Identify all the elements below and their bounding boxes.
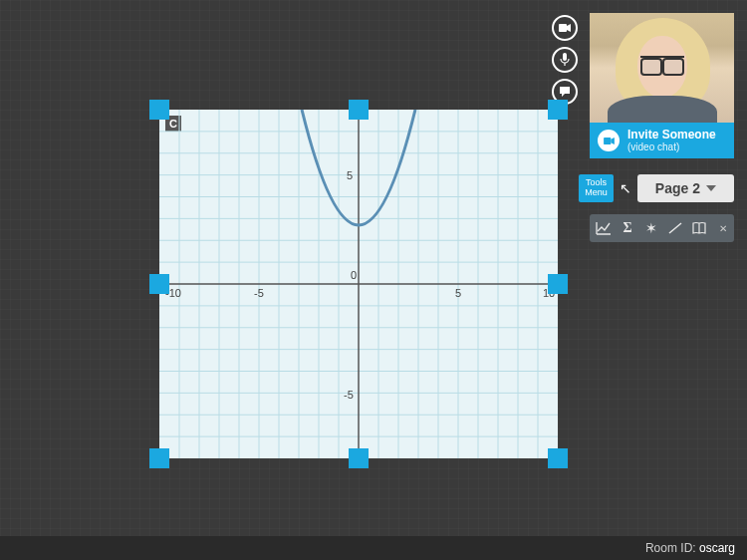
chevron-down-icon xyxy=(706,185,716,191)
invite-title: Invite Someone xyxy=(627,129,716,141)
svg-rect-37 xyxy=(604,137,611,143)
star-icon[interactable]: ✶ xyxy=(640,217,662,239)
tick-y-5: 5 xyxy=(347,169,353,181)
invite-subtitle: (video chat) xyxy=(627,141,716,152)
resize-handle-ml[interactable] xyxy=(149,274,169,294)
resize-handle-bm[interactable] xyxy=(349,448,369,468)
resize-handle-tm[interactable] xyxy=(349,100,369,120)
footer-bar: Room ID: oscarg xyxy=(0,536,747,560)
invite-someone-button[interactable]: Invite Someone (video chat) xyxy=(590,123,734,158)
graph-object[interactable]: C xyxy=(159,110,558,458)
page-selector[interactable]: Page 2 xyxy=(637,174,734,202)
video-thumbnail[interactable] xyxy=(590,13,734,123)
camera-icon[interactable] xyxy=(552,15,578,41)
resize-handle-mr[interactable] xyxy=(548,274,568,294)
line-tool-icon[interactable] xyxy=(664,217,686,239)
video-panel: Invite Someone (video chat) xyxy=(590,13,734,158)
book-icon[interactable] xyxy=(688,217,710,239)
tick-x-neg5: -5 xyxy=(254,287,264,299)
page-selector-label: Page 2 xyxy=(655,180,700,196)
tick-y-neg5: -5 xyxy=(344,389,354,401)
tools-row: Tools Menu ↖ Page 2 xyxy=(579,174,734,202)
svg-rect-34 xyxy=(559,24,567,32)
sigma-icon[interactable]: Σ xyxy=(617,217,638,239)
svg-line-38 xyxy=(669,223,681,233)
graph-tool-icon[interactable] xyxy=(593,217,615,239)
svg-rect-35 xyxy=(563,53,567,61)
microphone-icon[interactable] xyxy=(552,47,578,73)
tools-menu-button[interactable]: Tools Menu xyxy=(579,174,614,202)
tick-x-5: 5 xyxy=(455,287,461,299)
resize-handle-br[interactable] xyxy=(548,448,568,468)
room-id-value: oscarg xyxy=(699,541,735,555)
tool-bar: Σ ✶ ✕ xyxy=(590,214,734,242)
resize-handle-tl[interactable] xyxy=(149,100,169,120)
cursor-icon: ↖ xyxy=(620,180,631,196)
resize-handle-tr[interactable] xyxy=(548,100,568,120)
room-id-label: Room ID: xyxy=(645,541,699,555)
close-icon[interactable]: ✕ xyxy=(715,217,731,239)
video-controls xyxy=(552,15,578,105)
tick-origin: 0 xyxy=(351,269,357,281)
resize-handle-bl[interactable] xyxy=(149,448,169,468)
graph-svg: -10 -5 0 5 10 5 -5 xyxy=(159,110,558,458)
invite-camera-icon xyxy=(598,130,620,151)
graph-canvas[interactable]: C xyxy=(159,110,558,458)
